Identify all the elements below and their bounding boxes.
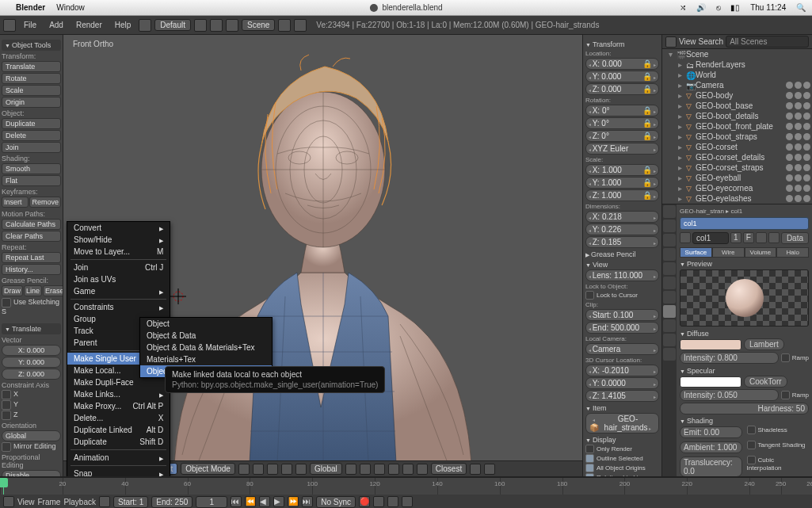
- outliner-row[interactable]: ▸▽GEO-boot_details: [662, 111, 812, 121]
- pe-mode-select[interactable]: Disable: [2, 470, 61, 476]
- outliner-row[interactable]: ▸▽GEO-eyelashes: [662, 193, 812, 204]
- layout-select[interactable]: Default: [154, 19, 191, 31]
- ambient-slider[interactable]: Ambient: 1.000: [680, 441, 742, 453]
- rewind-icon[interactable]: ⏮: [231, 496, 242, 507]
- menu-item[interactable]: Object & Data: [140, 330, 272, 342]
- smooth-button[interactable]: Smooth: [2, 163, 61, 174]
- layout-del-icon[interactable]: [210, 19, 223, 32]
- render-icon[interactable]: [470, 464, 481, 475]
- timeline-cursor[interactable]: [3, 478, 4, 495]
- material-name-field[interactable]: col1: [692, 232, 729, 244]
- menu-item[interactable]: Materials+Tex: [140, 353, 272, 365]
- mirror-edit-check[interactable]: Mirror Editing: [2, 442, 61, 452]
- orientation-select[interactable]: Global: [310, 463, 342, 475]
- timeline-track[interactable]: 020406080100120140160180200220240250260: [0, 477, 812, 495]
- menu-item[interactable]: Object: [140, 318, 272, 330]
- clip-start[interactable]: Start: 0.100: [585, 309, 659, 321]
- wifi-icon[interactable]: ⎋: [716, 3, 721, 12]
- menu-item[interactable]: JoinCtrl J: [67, 262, 170, 273]
- menu-item[interactable]: Constraints: [67, 301, 170, 313]
- rot-mode[interactable]: XYZ Euler: [585, 143, 659, 155]
- panel-display[interactable]: Display: [585, 436, 659, 444]
- outliner[interactable]: View Search All Scenes ▾🎬Scene▸🗂RenderLa…: [662, 35, 812, 204]
- menu-render[interactable]: Render: [71, 19, 107, 31]
- calc-paths-button[interactable]: Calculate Paths: [2, 219, 61, 230]
- outliner-row[interactable]: ▸▽GEO-corset: [662, 142, 812, 152]
- panel-item[interactable]: Item: [585, 404, 659, 412]
- layout-icon[interactable]: [139, 19, 151, 32]
- tab-particles[interactable]: [663, 334, 676, 346]
- autokey-icon[interactable]: 🔴: [359, 496, 370, 507]
- outline-sel-check[interactable]: Outline Selected: [585, 454, 659, 463]
- volume-icon[interactable]: 🔊: [696, 3, 706, 12]
- orientation-select[interactable]: Global: [2, 430, 61, 441]
- panel-translate-op[interactable]: Translate: [2, 323, 61, 334]
- rot-z[interactable]: Z: 0°🔒: [585, 130, 659, 142]
- history-button[interactable]: History...: [2, 264, 61, 275]
- timeline-editor[interactable]: 020406080100120140160180200220240250260 …: [0, 476, 812, 508]
- render-icon[interactable]: [484, 464, 495, 475]
- use-sketching-check[interactable]: Use Sketching S: [2, 298, 61, 315]
- keying-icon[interactable]: [402, 496, 413, 507]
- scene-del-icon[interactable]: [294, 19, 307, 32]
- relat-lines-check[interactable]: Relationship Lines: [585, 473, 659, 476]
- join-button[interactable]: Join: [2, 142, 61, 153]
- origin-button[interactable]: Origin: [2, 97, 61, 108]
- outliner-row[interactable]: ▸▽GEO-eyeball: [662, 173, 812, 183]
- outliner-row[interactable]: ▸▽GEO-corset_details: [662, 152, 812, 162]
- menu-help[interactable]: Help: [110, 19, 136, 31]
- keying-icon[interactable]: [373, 496, 384, 507]
- mat-fake-button[interactable]: F: [743, 232, 754, 243]
- vec-z[interactable]: Z: 0.000: [2, 369, 61, 380]
- menu-item[interactable]: Game: [67, 285, 170, 297]
- cubic-check[interactable]: Cubic Interpolation: [747, 456, 810, 476]
- play-icon[interactable]: ▶: [273, 496, 284, 507]
- duplicate-button[interactable]: Duplicate: [2, 118, 61, 129]
- rot-x[interactable]: X: 0°🔒: [585, 105, 659, 116]
- mat-browse-icon[interactable]: [680, 232, 691, 243]
- tab-volume[interactable]: Volume: [745, 247, 777, 258]
- emit-slider[interactable]: Emit: 0.00: [680, 426, 742, 438]
- translucency-slider[interactable]: Translucency: 0.0: [680, 456, 742, 476]
- lens-field[interactable]: Lens: 110.000: [585, 269, 659, 281]
- 3d-viewport[interactable]: Front Ortho: [63, 35, 582, 476]
- specular-model[interactable]: CookTorr: [744, 376, 787, 388]
- panel-gpencil[interactable]: Grease Pencil: [585, 250, 659, 258]
- scale-button[interactable]: Scale: [2, 85, 61, 96]
- lock-cursor-check[interactable]: Lock to Cursor: [585, 291, 659, 300]
- menu-item[interactable]: Show/Hide: [67, 234, 170, 246]
- cursor-z[interactable]: Z: 1.4105: [585, 390, 659, 402]
- insert-key-button[interactable]: Insert: [2, 197, 29, 208]
- specular-color[interactable]: [680, 376, 741, 388]
- tab-physics[interactable]: [663, 348, 676, 361]
- hardness-slider[interactable]: Hardness: 50: [680, 403, 809, 414]
- spotlight-icon[interactable]: 🔍: [796, 3, 806, 12]
- tl-clock-icon[interactable]: [99, 496, 110, 507]
- menu-item[interactable]: Join as UVs: [67, 273, 170, 285]
- tl-menu-playback[interactable]: Playback: [63, 498, 96, 506]
- diffuse-ramp-check[interactable]: Ramp: [781, 353, 809, 362]
- menu-item[interactable]: Convert: [67, 222, 170, 234]
- tab-render[interactable]: [663, 205, 676, 218]
- menu-item[interactable]: Make Dupli-Face: [67, 376, 170, 388]
- item-name[interactable]: 📦GEO-hair_strands: [585, 413, 659, 434]
- gp-draw-button[interactable]: Draw: [2, 285, 23, 296]
- next-key-icon[interactable]: ⏩: [288, 496, 299, 507]
- panel-view[interactable]: View: [585, 261, 659, 269]
- specular-intensity[interactable]: Intensity: 0.050: [680, 389, 779, 401]
- tl-menu-frame[interactable]: Frame: [38, 498, 61, 506]
- cursor-x[interactable]: X: -0.2010: [585, 365, 659, 376]
- mode-select[interactable]: Object Mode: [181, 463, 235, 475]
- tab-object[interactable]: [663, 248, 676, 261]
- shuffle-icon[interactable]: ⤭: [680, 3, 686, 12]
- outliner-row[interactable]: ▸📷Camera: [662, 80, 812, 90]
- repeat-last-button[interactable]: Repeat Last: [2, 252, 61, 263]
- clock[interactable]: Thu 11:24: [750, 3, 786, 12]
- scale-z[interactable]: Z: 1.000🔒: [585, 189, 659, 201]
- diffuse-model[interactable]: Lambert: [744, 338, 784, 350]
- dim-z[interactable]: Z: 0.185: [585, 236, 659, 248]
- mat-add-icon[interactable]: [756, 232, 767, 243]
- outliner-row[interactable]: ▸▽GEO-eyecornea: [662, 183, 812, 193]
- loc-z[interactable]: Z: 0.000🔒: [585, 83, 659, 95]
- rot-y[interactable]: Y: 0°🔒: [585, 117, 659, 129]
